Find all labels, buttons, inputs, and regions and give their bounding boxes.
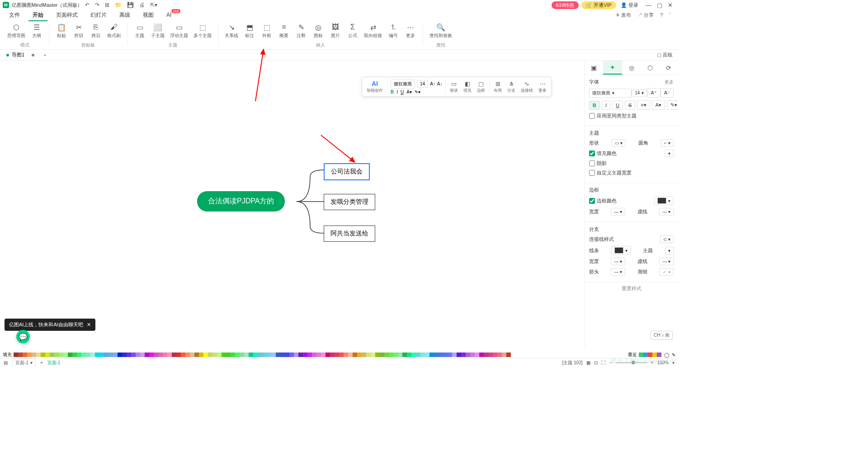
rp-italic-icon[interactable]: I <box>602 101 610 110</box>
menu-start[interactable]: 开始 <box>26 10 50 20</box>
open-icon[interactable]: 📁 <box>115 2 122 8</box>
paste-button[interactable]: 📋粘贴 <box>53 22 70 40</box>
menu-page-style[interactable]: 页面样式 <box>50 10 84 20</box>
print-icon[interactable]: 🖨 <box>139 2 145 8</box>
float-dec-font-icon[interactable]: A↓ <box>437 81 443 86</box>
float-italic-icon[interactable]: I <box>396 89 398 94</box>
rp-apply-same[interactable]: 应用至同类型主题 <box>589 113 637 119</box>
fullscreen-icon[interactable]: ⛶ <box>601 360 606 365</box>
rp-border-color-check[interactable]: 边框颜色 <box>589 197 617 204</box>
float-highlight-icon[interactable]: ✎▾ <box>415 89 420 94</box>
eyedropper-icon[interactable]: ✎ <box>672 352 675 357</box>
topic-button[interactable]: ▭主题 <box>131 22 148 40</box>
palette-swatches[interactable] <box>14 352 624 357</box>
number-button[interactable]: ⒈编号 <box>385 22 402 40</box>
float-underline-icon[interactable]: U <box>401 89 404 94</box>
recent-swatches[interactable] <box>639 352 661 357</box>
note-button[interactable]: ✎注释 <box>292 22 310 40</box>
rp-line-color[interactable]: ▾ <box>611 246 631 255</box>
rp-tab-style[interactable]: ▣ <box>585 61 603 75</box>
topic-node-3[interactable]: 阿共当发送给 <box>324 226 375 242</box>
rp-strike-icon[interactable]: S <box>625 101 635 110</box>
callout-button[interactable]: ⬒标注 <box>241 22 258 40</box>
new-icon[interactable]: ⊞ <box>105 2 109 8</box>
summary-button[interactable]: ≡概要 <box>275 22 292 40</box>
canvas[interactable]: 合法偶读PJDPA方的 公司法我会 发哦分类管理 阿共当发送给 <box>0 61 584 347</box>
publish-button[interactable]: ✈ 发布 <box>616 12 631 19</box>
rp-corner-select[interactable]: ⌐ ▾ <box>661 139 674 147</box>
pages-icon[interactable]: ▤ <box>4 360 8 365</box>
rp-tab-more[interactable]: ⟳ <box>660 61 678 75</box>
rp-tab-icon[interactable]: ⬡ <box>641 61 659 75</box>
float-border-button[interactable]: ▢边框 <box>474 80 488 94</box>
float-shape-button[interactable]: ▭形状 <box>447 80 461 94</box>
rp-reset-button[interactable]: 重置样式 <box>585 282 678 295</box>
image-button[interactable]: 🖼图片 <box>327 22 344 40</box>
rp-tab-ai[interactable]: ✦ <box>603 61 622 75</box>
rp-custom-width-check[interactable]: 自定义主题宽度 <box>589 169 632 176</box>
rp-fill-check[interactable]: 填充颜色 <box>589 150 617 157</box>
relation-button[interactable]: ↘关系线 <box>222 22 241 40</box>
export-icon[interactable]: ⇱▾ <box>150 2 157 8</box>
page-label[interactable]: 页面-1 <box>47 360 61 366</box>
promo-618[interactable]: 618特惠 <box>552 1 579 9</box>
float-fill-button[interactable]: ◧填充 <box>461 80 474 94</box>
rp-tab-mark[interactable]: ◎ <box>622 61 641 75</box>
ai-create-button[interactable]: AI智能创作 <box>364 79 386 94</box>
float-bold-icon[interactable]: B <box>391 89 394 94</box>
rp-inc-font-icon[interactable]: A⁺ <box>647 88 660 98</box>
vip-button[interactable]: 🛒 开通VIP <box>581 1 616 9</box>
boundary-button[interactable]: ⬚外框 <box>258 22 275 40</box>
menu-file[interactable]: 文件 <box>3 10 26 20</box>
minimize-icon[interactable]: — <box>646 2 651 9</box>
float-size-select[interactable]: 14 <box>417 80 428 88</box>
menu-slides[interactable]: 幻灯片 <box>84 10 113 20</box>
outline-mode-button[interactable]: ☰大纲 <box>28 22 45 40</box>
doc-tab-1[interactable]: 导图1 <box>2 52 39 58</box>
collapse-ribbon-icon[interactable]: ˇ <box>669 12 671 18</box>
close-icon[interactable]: ✕ <box>668 2 673 9</box>
float-inc-font-icon[interactable]: A↑ <box>430 81 435 86</box>
more-insert-button[interactable]: ⋯更多 <box>402 22 419 40</box>
find-replace-button[interactable]: 🔍查找和替换 <box>427 22 455 40</box>
ai-fab-button[interactable]: 💬 <box>16 330 30 343</box>
color-wheel-icon[interactable]: ◯ <box>664 352 669 357</box>
mindmap-mode-button[interactable]: ⬡思维导图 <box>5 22 28 40</box>
formula-button[interactable]: Σ公式 <box>344 22 361 40</box>
page-select[interactable]: 页面-1 ▾ <box>12 358 36 367</box>
rp-border-color-select[interactable]: ▾ <box>654 196 674 205</box>
central-topic[interactable]: 合法偶读PJDPA方的 <box>197 191 285 212</box>
rp-branch-topic[interactable]: ▾ <box>665 247 674 254</box>
rp-align-icon[interactable]: ≡▾ <box>637 100 650 110</box>
rp-underline-icon[interactable]: U <box>612 101 623 110</box>
rp-font-color-icon[interactable]: A▾ <box>652 100 665 110</box>
float-topic-button[interactable]: ▭浮动主题 <box>167 22 191 40</box>
share-button[interactable]: ↗ 分享 <box>637 12 654 19</box>
hyperlink-button[interactable]: ⇄双向链接 <box>361 22 385 40</box>
help-icon[interactable]: ? <box>660 12 663 18</box>
rp-shape-select[interactable]: ▭ ▾ <box>612 139 626 147</box>
rp-border-dash[interactable]: — ▾ <box>659 208 674 216</box>
copy-button[interactable]: ⎘拷贝 <box>87 22 104 40</box>
float-font-color-icon[interactable]: A▾ <box>406 89 412 94</box>
rp-branch-dash[interactable]: — ▾ <box>659 258 674 265</box>
rp-fill-color[interactable]: ▾ <box>665 150 674 157</box>
float-connector-button[interactable]: ∿连接线 <box>518 80 536 94</box>
login-button[interactable]: 👤 登录 <box>621 2 638 9</box>
float-branch-button[interactable]: ⋔分支 <box>505 80 518 94</box>
rp-bold-icon[interactable]: B <box>589 101 600 110</box>
rp-arrow-select[interactable]: — ▾ <box>611 268 625 276</box>
topic-node-2[interactable]: 发哦分类管理 <box>324 194 375 210</box>
layout-icon[interactable]: ▦ <box>586 360 590 365</box>
topic-node-1[interactable]: 公司法我会 <box>324 163 370 180</box>
ime-badge[interactable]: CH ♪ 简 <box>651 331 673 340</box>
float-layout-button[interactable]: ⊞布局 <box>491 80 505 94</box>
rp-branch-width[interactable]: — ▾ <box>611 258 625 265</box>
redo-icon[interactable]: ↷ <box>95 2 99 8</box>
rp-connector-style[interactable]: ⊂ ▾ <box>660 235 674 243</box>
add-tab-button[interactable]: + <box>43 52 46 58</box>
cut-button[interactable]: ✂剪切 <box>70 22 87 40</box>
rp-border-width[interactable]: — ▾ <box>611 208 625 216</box>
rp-taper-select[interactable]: ⟋ ▾ <box>659 268 674 276</box>
subtopic-button[interactable]: ⬜子主题 <box>148 22 167 40</box>
